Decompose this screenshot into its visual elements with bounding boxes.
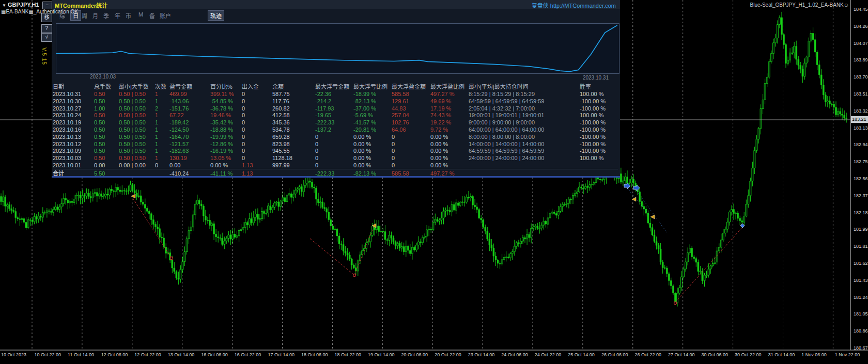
table-cell: 1	[155, 119, 158, 125]
table-cell: 0.00 %	[430, 141, 448, 147]
table-cell: 257.04	[392, 112, 409, 118]
table-cell: 0	[315, 148, 318, 154]
price-tick-label: 181.99	[854, 227, 868, 232]
table-cell: 469.99	[169, 91, 187, 97]
total-cell: 1.13	[242, 170, 253, 177]
menu-item-6[interactable]: 年	[115, 11, 120, 20]
price-tick-label: 182.75	[854, 159, 868, 164]
table-cell: 412.58	[272, 112, 290, 118]
menu-item-3[interactable]: 周	[82, 11, 87, 20]
mt4-window: ▼ GBPJPY,H1 ▦EA-BANK▦_Authentication OK …	[0, 0, 868, 364]
table-header-8: 最大浮亏金额	[315, 82, 349, 90]
time-tick-label: 31 Oct 14:00	[768, 352, 795, 357]
menu-item-8[interactable]: M	[138, 11, 143, 18]
panel-minimize-button[interactable]: −	[42, 2, 52, 9]
time-tick-label: 30 Oct 22:00	[735, 352, 762, 357]
time-tick-label: 27 Oct 14:00	[668, 352, 695, 357]
time-axis: 10 Oct 202310 Oct 22:0011 Oct 14:0012 Oc…	[0, 352, 868, 364]
table-cell: -54.85 %	[210, 98, 233, 104]
price-tick-label: 181.24	[854, 295, 868, 300]
table-cell: 0	[315, 141, 318, 147]
table-cell: -19.99 %	[210, 134, 233, 140]
current-price-tag: 183.21	[851, 116, 868, 123]
price-tick-label: 180.67	[854, 345, 868, 351]
menu-item-7[interactable]: 币	[126, 11, 131, 20]
table-cell: -100.00 %	[580, 119, 606, 125]
equity-chart-box	[56, 23, 619, 74]
table-cell: 13.05 %	[210, 155, 231, 161]
table-cell: 997.99	[272, 162, 290, 168]
table-cell: 1	[155, 148, 158, 154]
table-cell: -100.00 %	[580, 105, 606, 112]
table-cell: 0.00	[169, 162, 180, 168]
brand-link[interactable]: 复盘侠 http://MTCommander.com	[532, 1, 616, 9]
table-header-10: 最大浮盈金额	[392, 82, 426, 90]
table-cell: -143.06	[169, 98, 189, 104]
time-tick-label: 24 Oct 22:00	[535, 352, 562, 357]
table-header-5: 百分比%	[210, 82, 233, 90]
time-tick-label: 16 Oct 06:00	[201, 352, 228, 357]
time-tick-label: 26 Oct 22:00	[634, 352, 661, 357]
table-cell: 9.72 %	[430, 126, 448, 133]
table-cell: -37.00 %	[353, 105, 376, 112]
menu-item-5[interactable]: 季	[103, 11, 109, 20]
table-cell: 1.13	[242, 162, 253, 168]
time-tick-label: 10 Oct 22:00	[35, 352, 61, 357]
dropdown-arrow-icon[interactable]: ▼	[2, 3, 6, 8]
menu-item-track[interactable]: 轨迹	[208, 10, 224, 21]
table-cell: 585.58	[392, 91, 409, 97]
table-cell: 19:00:01 | 19:00:01 | 19:00:01	[469, 112, 544, 118]
price-axis: 184.45184.26184.07183.89183.70183.51183.…	[853, 0, 868, 350]
table-cell: 0.00 %	[430, 134, 448, 140]
panel-titlebar[interactable]: MTCommander统计 复盘侠 http://MTCommander.com	[52, 0, 620, 9]
table-cell: 0	[242, 155, 245, 161]
table-header-11: 最大浮盈比例	[430, 82, 464, 90]
total-cell: 585.58	[392, 170, 409, 177]
panel-confirm-button[interactable]: √	[41, 33, 52, 42]
menu-item-10[interactable]: 账户	[160, 11, 171, 20]
menu-item-9[interactable]: 备	[149, 11, 155, 20]
table-cell: 945.55	[272, 148, 290, 154]
table-cell: 0.00 %	[210, 162, 228, 168]
time-tick-label: 17 Oct 14:00	[268, 352, 295, 357]
table-cell: 0.50	[94, 126, 105, 133]
table-cell: 100.00 %	[580, 155, 603, 161]
table-cell: 64:00:00 | 64:00:00 | 64:00:00	[469, 126, 544, 133]
table-cell: 64.06	[392, 126, 406, 133]
price-tick-label: 182.37	[854, 193, 868, 198]
table-cell: -121.57	[169, 141, 189, 147]
table-cell: 0.50	[94, 141, 105, 147]
table-cell: 0	[242, 112, 245, 118]
table-cell: -19.65	[315, 112, 331, 118]
table-header-1: 总手数	[94, 82, 111, 90]
table-cell: 0	[242, 126, 245, 133]
table-cell: 0	[242, 148, 245, 154]
table-cell: 2023.10.16	[53, 126, 81, 133]
table-cell: 17.19 %	[430, 105, 451, 112]
brand-url[interactable]: http://MTCommander.com	[550, 3, 616, 9]
table-cell: 0.00 %	[430, 148, 448, 154]
table-cell: 102.76	[392, 119, 409, 125]
table-cell: 399.11 %	[210, 91, 234, 97]
time-tick-label: 1 Nov 22:00	[835, 352, 860, 357]
table-cell: 0	[315, 155, 318, 161]
table-cell: 1	[155, 112, 158, 118]
price-tick-label: 181.81	[854, 244, 868, 249]
total-cell: -82.13 %	[353, 170, 376, 177]
table-cell: 2:05:04 | 4:32:32 | 7:00:00	[469, 105, 535, 112]
table-cell: 0.00 %	[430, 162, 448, 168]
table-cell: 0.50	[94, 134, 105, 140]
menu-item-4[interactable]: 月	[92, 11, 98, 20]
table-cell: 0	[315, 162, 318, 168]
table-cell: -100.00 %	[580, 98, 606, 104]
time-tick-label: 20 Oct 06:00	[401, 352, 428, 357]
table-cell: 260.82	[272, 105, 290, 112]
panel-help-button[interactable]: ?	[41, 24, 52, 33]
table-cell: 2023.10.01	[53, 162, 81, 168]
table-header-12: 最小|平均|最大持仓时间	[469, 82, 529, 90]
table-cell: 0.50 | 0.50	[119, 98, 146, 104]
table-cell: 49.69 %	[430, 98, 451, 104]
table-cell: -164.70	[169, 134, 189, 140]
table-cell: -214.2	[315, 98, 331, 104]
time-tick-label: 10 Oct 2023	[1, 352, 26, 357]
